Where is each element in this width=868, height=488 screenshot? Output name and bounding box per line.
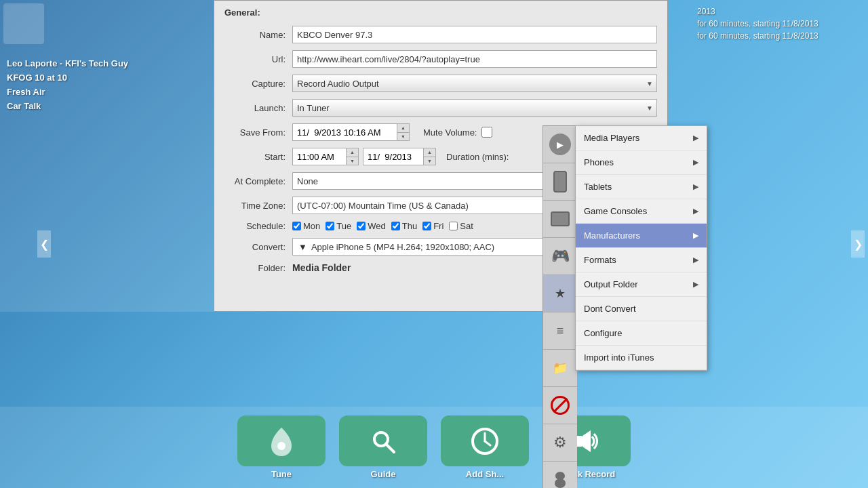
menu-item-tablets[interactable]: Tablets ▶ (576, 175, 707, 199)
phones-icon-btn[interactable] (543, 163, 577, 201)
tablets-icon-btn[interactable] (543, 201, 577, 238)
start-time-input[interactable] (292, 148, 347, 165)
day-fri: Fri (422, 221, 443, 231)
time-input-wrap: ▲ ▼ ▲ ▼ (292, 148, 436, 165)
game-consoles-icon: 🎮 (551, 247, 570, 265)
savefrom-spinner[interactable]: ▲ ▼ (397, 123, 410, 141)
menu-item-game-consoles-label: Game Consoles (584, 206, 647, 216)
bottom-toolbar: Tune Guide Add Sh... Quick Record (0, 407, 868, 488)
menu-arrow-manufacturers: ▶ (693, 231, 698, 240)
day-wed-checkbox[interactable] (357, 222, 366, 230)
capture-row: Capture: Record Audio Output (224, 75, 657, 92)
sidebar-item-0[interactable]: Leo Laporte - KFI's Tech Guy (7, 56, 207, 70)
start-time-spinner-up[interactable]: ▲ (347, 148, 358, 157)
menu-arrow-media-players: ▶ (693, 134, 698, 142)
configure-icon-btn[interactable]: ⚙ (543, 424, 577, 462)
scroll-right-arrow[interactable]: ❯ (851, 230, 865, 258)
url-input[interactable] (292, 50, 657, 68)
addshow-icon (441, 415, 529, 466)
menu-arrow-game-consoles: ▶ (693, 207, 698, 216)
menu-item-game-consoles[interactable]: Game Consoles ▶ (576, 199, 707, 224)
formats-icon: ≡ (557, 324, 564, 338)
addshow-button[interactable]: Add Sh... (441, 415, 529, 479)
start-time-spinner-down[interactable]: ▼ (347, 157, 358, 165)
media-players-icon-btn[interactable]: ▶ (543, 126, 577, 163)
menu-item-output-folder[interactable]: Output Folder ▶ (576, 272, 707, 297)
scroll-left-arrow[interactable]: ❮ (37, 230, 51, 258)
url-row: Url: (224, 50, 657, 68)
sidebar-thumbnail (3, 3, 44, 44)
tune-button[interactable]: Tune (237, 415, 326, 479)
launch-select[interactable]: In Tuner (292, 99, 657, 117)
dont-convert-icon-btn[interactable] (543, 387, 577, 424)
menu-item-dont-convert[interactable]: Dont Convert (576, 297, 707, 321)
day-sat: Sat (449, 221, 473, 231)
tablets-icon (551, 211, 570, 226)
phones-icon (553, 171, 567, 192)
day-mon: Mon (292, 221, 320, 231)
menu-item-formats[interactable]: Formats ▶ (576, 248, 707, 272)
start-date-spinner-down[interactable]: ▼ (424, 157, 435, 165)
day-sat-checkbox[interactable] (449, 222, 458, 230)
menu-item-media-players[interactable]: Media Players ▶ (576, 126, 707, 150)
atcomplete-label: At Complete: (224, 176, 292, 186)
sidebar-item-1[interactable]: KFOG 10 at 10 (7, 70, 207, 85)
convert-label: Convert: (224, 242, 292, 252)
schedule-label: Schedule: (224, 221, 292, 231)
start-date-input[interactable] (363, 148, 424, 165)
configure-icon: ⚙ (553, 434, 567, 451)
folder-label: Folder: (224, 263, 292, 273)
formats-icon-btn[interactable]: ≡ (543, 312, 577, 350)
day-sat-label: Sat (460, 221, 473, 231)
day-fri-checkbox[interactable] (422, 222, 431, 230)
day-thu-checkbox[interactable] (391, 222, 400, 230)
capture-select-wrapper: Record Audio Output (292, 75, 657, 92)
game-consoles-icon-btn[interactable]: 🎮 (543, 238, 577, 275)
scroll-right-icon: ❯ (854, 238, 863, 251)
savefrom-spinner-up[interactable]: ▲ (397, 124, 409, 133)
sidebar-item-2[interactable]: Fresh Air (7, 85, 207, 99)
day-mon-checkbox[interactable] (292, 222, 301, 230)
svg-line-5 (485, 441, 490, 445)
dont-convert-icon (551, 396, 570, 415)
convert-value: Apple iPhone 5 (MP4 H.264; 1920x1080; AA… (311, 242, 494, 252)
day-tue: Tue (326, 221, 351, 231)
folder-value: Media Folder (292, 262, 351, 273)
device-icon-sidebar: ▶ 🎮 ★ ≡ 📁 ⚙ (542, 125, 576, 488)
manufacturers-icon-btn[interactable]: ★ (543, 275, 577, 312)
right-info-line-2: for 60 minutes, starting 11/8/2013 (697, 30, 863, 42)
menu-arrow-tablets: ▶ (693, 182, 698, 191)
day-mon-label: Mon (303, 221, 320, 231)
menu-item-configure[interactable]: Configure (576, 321, 707, 346)
savefrom-label: Save From: (224, 127, 292, 138)
start-date-spinner[interactable]: ▲ ▼ (424, 148, 436, 165)
menu-arrow-phones: ▶ (693, 158, 698, 167)
sidebar-item-3[interactable]: Car Talk (7, 99, 207, 113)
output-folder-icon-btn[interactable]: 📁 (543, 350, 577, 387)
launch-label: Launch: (224, 103, 292, 113)
capture-select[interactable]: Record Audio Output (292, 75, 657, 92)
menu-item-import-itunes[interactable]: Import into iTunes (576, 346, 707, 370)
addshow-label: Add Sh... (466, 469, 504, 479)
menu-item-manufacturers[interactable]: Manufacturers ▶ (576, 224, 707, 248)
savefrom-spinner-down[interactable]: ▼ (397, 133, 409, 141)
convert-arrow-icon: ▼ (298, 242, 307, 252)
section-title: General: (224, 7, 657, 20)
mute-checkbox[interactable] (481, 127, 492, 138)
name-input[interactable] (292, 26, 657, 43)
savefrom-input[interactable] (292, 123, 397, 141)
url-label: Url: (224, 54, 292, 64)
duration-label: Duration (mins): (446, 152, 509, 162)
name-label: Name: (224, 30, 292, 40)
guide-button[interactable]: Guide (339, 415, 427, 479)
guide-icon (339, 415, 427, 466)
menu-item-phones[interactable]: Phones ▶ (576, 150, 707, 175)
svg-line-2 (386, 444, 394, 452)
start-time-spinner[interactable]: ▲ ▼ (347, 148, 359, 165)
start-date-spinner-up[interactable]: ▲ (424, 148, 435, 157)
day-tue-checkbox[interactable] (326, 222, 334, 230)
import-itunes-icon-btn[interactable] (543, 462, 577, 488)
day-wed: Wed (357, 221, 386, 231)
right-info-line-0: 2013 (697, 5, 863, 18)
menu-item-import-itunes-label: Import into iTunes (584, 352, 654, 363)
